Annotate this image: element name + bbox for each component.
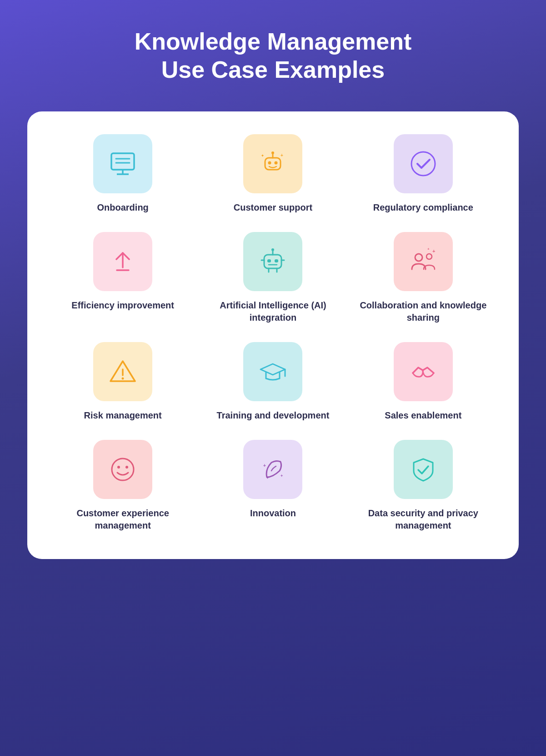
sales-label: Sales enablement [385, 409, 461, 422]
svg-rect-0 [111, 153, 134, 170]
onboarding-icon [107, 148, 139, 180]
onboarding-label: Onboarding [97, 202, 149, 214]
svg-text:+: + [432, 248, 435, 254]
use-case-training: Training and development [205, 342, 341, 422]
use-case-collaboration: + + Collaboration and knowledge sharing [355, 232, 491, 324]
collaboration-icon-box: + + [394, 232, 453, 291]
security-label: Data security and privacy management [355, 507, 491, 532]
innovation-icon-box: + + ✦ [243, 440, 302, 499]
svg-rect-16 [275, 259, 278, 262]
use-case-efficiency: Efficiency improvement [55, 232, 191, 324]
svg-point-19 [271, 248, 274, 251]
page-title: Knowledge Management Use Case Examples [135, 27, 412, 84]
risk-label: Risk management [84, 409, 162, 422]
svg-marker-31 [260, 364, 285, 375]
use-case-grid: Onboarding + ✦ Customer support [27, 111, 519, 559]
svg-point-6 [268, 161, 271, 164]
svg-text:✦: ✦ [261, 154, 264, 158]
use-case-regulatory: Regulatory compliance [355, 134, 491, 214]
use-case-innovation: + + ✦ Innovation [205, 440, 341, 532]
efficiency-label: Efficiency improvement [71, 299, 174, 312]
use-case-sales: Sales enablement [355, 342, 491, 422]
svg-text:+: + [281, 153, 283, 158]
ai-icon [257, 246, 289, 277]
cx-label: Customer experience management [55, 507, 191, 532]
training-label: Training and development [217, 409, 330, 422]
sales-icon-box [394, 342, 453, 401]
onboarding-icon-box [93, 134, 152, 193]
innovation-icon: + + ✦ [257, 454, 289, 485]
customer-support-label: Customer support [234, 202, 312, 214]
svg-point-35 [125, 466, 128, 469]
svg-text:+: + [281, 474, 283, 478]
svg-point-30 [122, 377, 124, 379]
efficiency-icon [107, 246, 139, 277]
use-case-customer-support: + ✦ Customer support [205, 134, 341, 214]
regulatory-icon-box [394, 134, 453, 193]
ai-icon-box [243, 232, 302, 291]
use-case-cx: Customer experience management [55, 440, 191, 532]
svg-point-12 [411, 152, 435, 176]
regulatory-label: Regulatory compliance [373, 202, 473, 214]
sales-icon [407, 356, 439, 388]
ai-label: Artificial Intelligence (AI) integration [205, 299, 341, 324]
svg-rect-14 [264, 255, 281, 268]
svg-point-25 [426, 254, 432, 259]
cx-icon [107, 454, 139, 485]
innovation-label: Innovation [250, 507, 296, 519]
svg-rect-15 [267, 259, 271, 262]
svg-point-34 [117, 466, 120, 469]
collaboration-icon: + + [407, 246, 439, 277]
customer-support-icon: + ✦ [257, 148, 289, 180]
use-case-ai: Artificial Intelligence (AI) integration [205, 232, 341, 324]
security-icon [407, 454, 439, 485]
security-icon-box [394, 440, 453, 499]
use-case-risk: Risk management [55, 342, 191, 422]
use-case-onboarding: Onboarding [55, 134, 191, 214]
regulatory-icon [407, 148, 439, 180]
efficiency-icon-box [93, 232, 152, 291]
collaboration-label: Collaboration and knowledge sharing [355, 299, 491, 324]
training-icon [257, 356, 289, 388]
svg-point-9 [271, 151, 274, 154]
svg-point-24 [415, 254, 422, 261]
svg-point-33 [112, 459, 134, 480]
use-case-security: Data security and privacy management [355, 440, 491, 532]
svg-text:+: + [263, 463, 266, 468]
risk-icon [107, 356, 139, 388]
svg-text:+: + [427, 247, 430, 251]
training-icon-box [243, 342, 302, 401]
svg-text:✦: ✦ [266, 476, 269, 480]
cx-icon-box [93, 440, 152, 499]
risk-icon-box [93, 342, 152, 401]
customer-support-icon-box: + ✦ [243, 134, 302, 193]
svg-point-7 [275, 161, 278, 164]
